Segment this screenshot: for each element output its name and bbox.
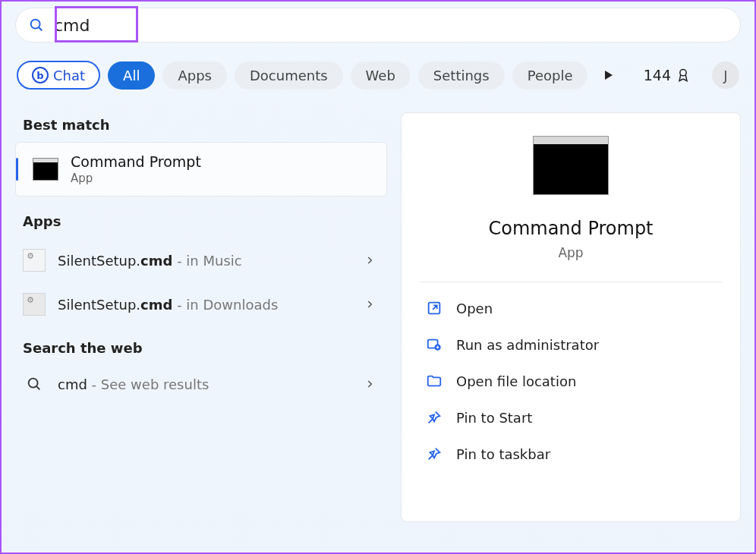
chat-label: Chat (53, 68, 85, 83)
action-pin-start[interactable]: Pin to Start (420, 399, 722, 436)
pin-icon (426, 445, 443, 462)
rewards-points[interactable]: 144 (644, 67, 691, 83)
app-result-text: SilentSetup.cmd - in Music (58, 253, 364, 269)
best-match-item[interactable]: Command Prompt App (15, 142, 387, 197)
tab-documents[interactable]: Documents (235, 61, 343, 90)
action-pin-taskbar[interactable]: Pin to taskbar (420, 436, 722, 472)
medal-icon (676, 68, 691, 83)
action-open[interactable]: Open (420, 290, 722, 326)
app-result-text: SilentSetup.cmd - in Downloads (58, 297, 364, 313)
pin-icon (426, 409, 443, 426)
more-tabs-icon[interactable] (603, 69, 615, 81)
svg-line-4 (36, 386, 39, 389)
best-match-header: Best match (23, 117, 387, 133)
svg-point-3 (29, 379, 38, 388)
action-label: Pin to Start (456, 410, 532, 426)
tab-all[interactable]: All (108, 61, 155, 90)
folder-icon (426, 373, 443, 389)
svg-line-1 (39, 27, 42, 30)
best-match-subtitle: App (71, 172, 201, 185)
action-run-admin[interactable]: Run as administrator (420, 326, 722, 363)
chevron-right-icon (364, 379, 375, 389)
command-prompt-icon (33, 158, 58, 181)
cmd-file-icon (23, 249, 46, 272)
action-label: Pin to taskbar (456, 446, 550, 462)
web-header: Search the web (23, 340, 387, 356)
preview-subtitle: App (558, 245, 583, 260)
results-column: Best match Command Prompt App Apps Silen… (15, 112, 387, 522)
tab-settings[interactable]: Settings (418, 61, 505, 90)
preview-panel: Command Prompt App Open Run as administr… (401, 112, 741, 522)
app-result-item[interactable]: SilentSetup.cmd - in Downloads (15, 282, 387, 326)
svg-point-0 (31, 20, 40, 29)
actions-list: Open Run as administrator Open file loca… (420, 290, 722, 472)
command-prompt-large-icon (533, 136, 609, 195)
chevron-right-icon (364, 255, 375, 266)
apps-header: Apps (23, 213, 387, 229)
cmd-file-icon (23, 293, 46, 316)
search-bar[interactable] (15, 8, 741, 42)
search-icon (28, 17, 45, 33)
tab-people[interactable]: People (512, 61, 588, 90)
shield-icon (426, 336, 443, 353)
points-value: 144 (644, 67, 671, 83)
best-match-title: Command Prompt (71, 153, 201, 170)
app-result-item[interactable]: SilentSetup.cmd - in Music (15, 238, 387, 282)
filter-row: b Chat All Apps Documents Web Settings P… (15, 61, 741, 90)
avatar[interactable]: J (712, 61, 739, 89)
bing-icon: b (32, 67, 49, 83)
svg-point-2 (680, 70, 686, 76)
open-icon (426, 300, 443, 316)
divider (420, 282, 722, 282)
tab-apps[interactable]: Apps (162, 61, 227, 90)
action-label: Open (456, 301, 493, 316)
content-area: Best match Command Prompt App Apps Silen… (15, 112, 741, 522)
search-icon (26, 376, 43, 392)
action-open-location[interactable]: Open file location (420, 363, 722, 399)
chat-button[interactable]: b Chat (17, 61, 100, 90)
preview-title: Command Prompt (488, 218, 653, 239)
action-label: Run as administrator (456, 337, 599, 353)
web-result-item[interactable]: cmd - See web results (15, 365, 387, 403)
web-result-text: cmd - See web results (58, 376, 364, 392)
chevron-right-icon (364, 299, 375, 310)
search-input[interactable] (54, 16, 130, 35)
action-label: Open file location (456, 373, 576, 389)
tab-web[interactable]: Web (351, 61, 411, 90)
